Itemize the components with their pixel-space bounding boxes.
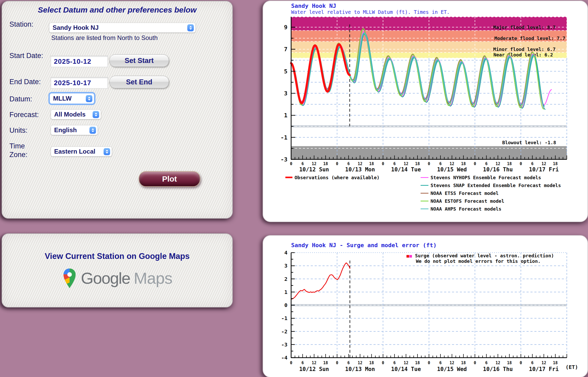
svg-text:12: 12 <box>495 361 500 365</box>
svg-text:0: 0 <box>382 161 384 166</box>
svg-text:Major flood level: 8.7: Major flood level: 8.7 <box>493 25 556 30</box>
svg-text:-4: -4 <box>281 355 287 361</box>
water-level-chart-panel: Sandy Hook NJ Water level relative to ML… <box>263 1 588 222</box>
observations-legend: Observations (where available) <box>285 173 380 181</box>
surge-legend: Surge (observed water level - astron. pr… <box>406 253 554 264</box>
station-label: Station: <box>9 20 33 29</box>
svg-text:10/12 Sun: 10/12 Sun <box>299 166 329 173</box>
svg-text:6: 6 <box>439 361 442 365</box>
svg-text:18: 18 <box>369 361 374 365</box>
google-maps-pin-icon <box>62 267 77 289</box>
svg-text:18: 18 <box>369 161 374 166</box>
legend-marker <box>421 193 428 194</box>
svg-text:0: 0 <box>474 161 476 166</box>
surge-chart-panel: Sandy Hook NJ - Surge and model error (f… <box>263 235 588 377</box>
legend-marker <box>421 208 428 209</box>
svg-text:6: 6 <box>485 361 488 365</box>
svg-text:Minor flood level: 6.7: Minor flood level: 6.7 <box>493 47 556 52</box>
forecast-select[interactable]: All Models <box>51 109 101 119</box>
forecast-value: All Models <box>54 111 86 118</box>
svg-text:18: 18 <box>323 161 328 166</box>
svg-text:10/15 Wed: 10/15 Wed <box>437 366 467 372</box>
svg-text:0: 0 <box>520 361 522 365</box>
svg-text:0: 0 <box>336 161 338 166</box>
maps-logo-text: Maps <box>134 269 172 287</box>
svg-text:18: 18 <box>507 161 512 166</box>
maps-link-title[interactable]: View Current Station on Google Maps <box>2 252 232 261</box>
svg-text:6: 6 <box>347 361 350 365</box>
end-date-value: 2025-10-17 <box>54 79 91 87</box>
svg-text:6: 6 <box>485 161 488 166</box>
google-maps-link[interactable]: Google Maps <box>2 267 232 289</box>
svg-text:6: 6 <box>347 161 350 166</box>
units-label: Units: <box>9 126 27 135</box>
set-end-button[interactable]: Set End <box>109 76 169 88</box>
svg-text:10/12 Sun: 10/12 Sun <box>299 366 329 372</box>
legend-label: Stevens SNAP Extended Ensemble Forecast … <box>431 183 561 188</box>
svg-text:9: 9 <box>284 24 287 31</box>
datum-value: MLLW <box>53 95 72 102</box>
start-date-input[interactable]: 2025-10-12 <box>50 56 108 67</box>
end-date-input[interactable]: 2025-10-17 <box>50 77 108 89</box>
svg-text:18: 18 <box>553 361 558 365</box>
svg-text:12: 12 <box>541 161 546 166</box>
station-select[interactable]: Sandy Hook NJ <box>49 23 196 33</box>
svg-text:10/17 Fri: 10/17 Fri <box>529 366 559 372</box>
svg-text:5: 5 <box>284 68 287 75</box>
svg-text:3: 3 <box>284 263 287 269</box>
svg-text:18: 18 <box>323 361 328 365</box>
svg-text:10/14 Tue: 10/14 Tue <box>391 366 421 372</box>
svg-text:0: 0 <box>290 161 292 166</box>
timezone-select[interactable]: Eastern Local <box>51 147 112 156</box>
units-value: English <box>54 126 77 134</box>
svg-text:Near flood level: 6.2: Near flood level: 6.2 <box>493 52 553 57</box>
plot-button[interactable]: Plot <box>139 171 200 187</box>
observations-legend-marker <box>285 177 292 178</box>
legend-marker <box>421 177 428 178</box>
svg-text:6: 6 <box>531 361 534 365</box>
svg-text:1: 1 <box>284 289 287 295</box>
svg-text:10/13 Mon: 10/13 Mon <box>345 166 375 173</box>
svg-text:6: 6 <box>301 361 304 365</box>
svg-text:18: 18 <box>461 361 466 365</box>
svg-text:12: 12 <box>450 161 454 166</box>
surge-legend-red-square <box>406 255 409 258</box>
start-date-value: 2025-10-12 <box>54 57 91 66</box>
surge-legend-magenta-square <box>409 255 412 258</box>
legend-label: Stevens NYHOPS Ensemble Forecast models <box>431 175 541 180</box>
svg-text:18: 18 <box>461 161 466 166</box>
legend-item: Stevens NYHOPS Ensemble Forecast models <box>421 173 561 181</box>
legend-item: NOAA ETSS Forecast model <box>421 189 561 197</box>
svg-text:12: 12 <box>312 361 316 365</box>
surge-legend-line1: Surge (observed water level - astron. pr… <box>415 253 554 258</box>
legend-item: Stevens SNAP Extended Ensemble Forecast … <box>421 181 561 189</box>
svg-text:(ET): (ET) <box>566 364 578 370</box>
svg-text:6: 6 <box>531 161 534 166</box>
svg-text:2: 2 <box>284 276 287 282</box>
legend-marker <box>421 201 428 201</box>
svg-text:-1: -1 <box>281 315 287 321</box>
svg-text:12: 12 <box>450 361 454 365</box>
svg-text:0: 0 <box>284 302 287 308</box>
datum-label: Datum: <box>9 95 32 103</box>
datum-select[interactable]: MLLW <box>50 93 94 104</box>
svg-text:Blowout level: -1.8: Blowout level: -1.8 <box>502 140 556 145</box>
svg-text:-2: -2 <box>281 328 287 335</box>
svg-text:12: 12 <box>358 361 362 365</box>
stepper-icon <box>89 127 96 134</box>
svg-text:12: 12 <box>495 161 500 166</box>
svg-text:12: 12 <box>404 361 408 365</box>
observations-legend-label: Observations (where available) <box>295 175 380 180</box>
stepper-icon <box>86 95 92 102</box>
google-maps-panel: View Current Station on Google Maps Goog… <box>2 233 233 308</box>
legend-item: NOAA ESTOFS Forecast model <box>421 197 561 205</box>
set-start-button[interactable]: Set Start <box>109 54 169 67</box>
svg-text:4: 4 <box>284 250 287 256</box>
svg-text:6: 6 <box>393 161 396 166</box>
stepper-icon <box>93 111 99 118</box>
legend-label: NOAA ESTOFS Forecast model <box>431 198 504 204</box>
svg-text:6: 6 <box>301 161 304 166</box>
svg-text:0: 0 <box>382 361 384 365</box>
units-select[interactable]: English <box>51 125 98 135</box>
svg-text:6: 6 <box>393 361 396 365</box>
